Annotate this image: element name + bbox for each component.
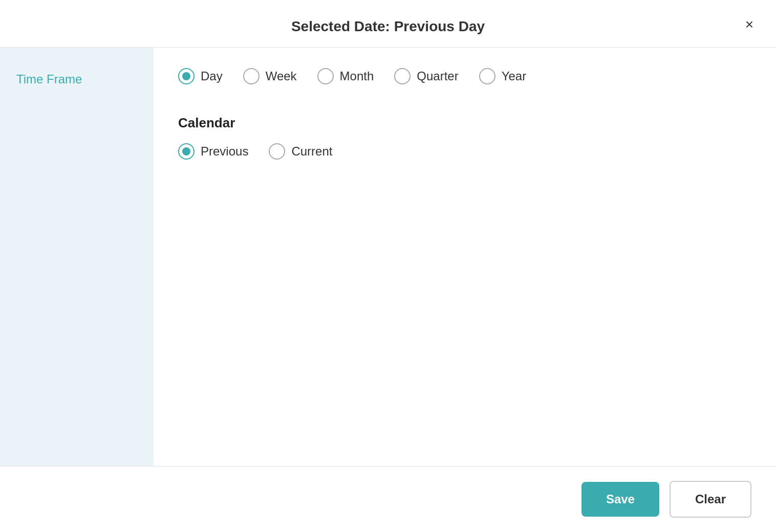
title-prefix: Selected Date: xyxy=(291,18,394,34)
modal-dialog: Selected Date: Previous Day × Time Frame… xyxy=(0,0,776,532)
timeframe-label-quarter: Quarter xyxy=(417,69,458,83)
title-value: Previous Day xyxy=(394,18,485,34)
content-area: Day Week Month Quarter Year xyxy=(154,48,776,466)
modal-title: Selected Date: Previous Day xyxy=(291,18,485,35)
timeframe-radio-year[interactable] xyxy=(479,68,495,84)
timeframe-radio-day[interactable] xyxy=(178,68,195,84)
timeframe-label-week: Week xyxy=(266,69,297,83)
calendar-label-previous: Previous xyxy=(201,144,248,159)
timeframe-label-year: Year xyxy=(502,69,527,83)
timeframe-radio-month[interactable] xyxy=(317,68,334,84)
calendar-radio-current[interactable] xyxy=(269,143,285,160)
modal-body: Time Frame Day Week Month xyxy=(0,48,776,466)
save-button[interactable]: Save xyxy=(581,482,659,517)
calendar-section: Calendar Previous Current xyxy=(178,115,751,160)
timeframe-option-day[interactable]: Day xyxy=(178,68,223,84)
timeframe-option-month[interactable]: Month xyxy=(317,68,374,84)
close-icon: × xyxy=(745,16,753,32)
modal-header: Selected Date: Previous Day × xyxy=(0,0,776,48)
timeframe-radio-week[interactable] xyxy=(243,68,260,84)
calendar-label-current: Current xyxy=(291,144,332,159)
calendar-option-previous[interactable]: Previous xyxy=(178,143,248,160)
calendar-option-current[interactable]: Current xyxy=(269,143,332,160)
calendar-section-title: Calendar xyxy=(178,115,751,131)
timeframe-label-month: Month xyxy=(340,69,374,83)
timeframe-option-week[interactable]: Week xyxy=(243,68,297,84)
timeframe-option-quarter[interactable]: Quarter xyxy=(394,68,458,84)
close-button[interactable]: × xyxy=(741,15,758,34)
calendar-radio-previous[interactable] xyxy=(178,143,195,160)
timeframe-label-day: Day xyxy=(201,69,223,83)
calendar-radio-group: Previous Current xyxy=(178,143,751,160)
clear-button[interactable]: Clear xyxy=(670,481,751,518)
timeframe-radio-group: Day Week Month Quarter Year xyxy=(178,68,751,84)
modal-footer: Save Clear xyxy=(0,466,776,532)
sidebar-timeframe-label: Time Frame xyxy=(16,72,82,86)
sidebar: Time Frame xyxy=(0,48,154,466)
timeframe-option-year[interactable]: Year xyxy=(479,68,527,84)
timeframe-radio-quarter[interactable] xyxy=(394,68,411,84)
